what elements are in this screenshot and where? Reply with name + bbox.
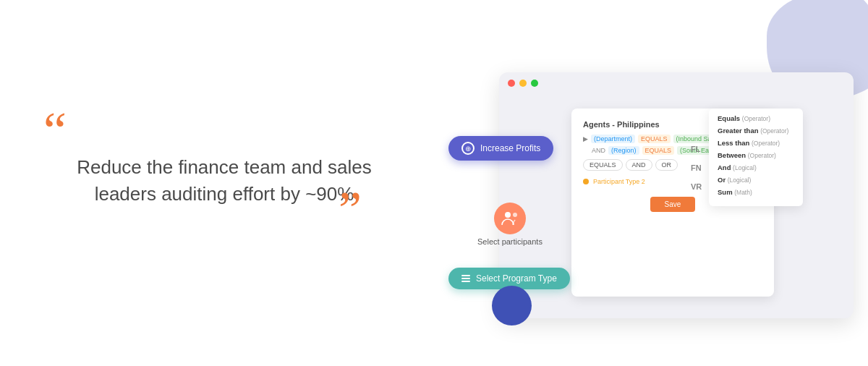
- and-label: AND: [583, 147, 605, 154]
- arrow-icon: ▶: [583, 135, 588, 142]
- save-button[interactable]: Save: [650, 197, 696, 212]
- op-equals: Equals (Operator): [718, 114, 794, 122]
- operators-panel: Equals (Operator) Greater than (Operator…: [709, 108, 803, 206]
- region-tag: (Region): [608, 146, 639, 155]
- and-button[interactable]: AND: [626, 159, 652, 171]
- quote-section: “ Reduce the finance team and sales lead…: [43, 116, 405, 221]
- svg-point-1: [513, 213, 517, 217]
- increase-profits-label: Increase Profits: [480, 143, 540, 153]
- equals-button[interactable]: EQUALS: [583, 159, 623, 171]
- lines-icon: [461, 275, 470, 282]
- browser-titlebar: [499, 72, 854, 94]
- dept-tag: (Department): [591, 135, 635, 143]
- participants-icon: [494, 203, 526, 234]
- op-or: Or (Logical): [718, 176, 794, 184]
- letter-fl: FL: [691, 145, 702, 153]
- participant-label: Participant Type 2: [593, 178, 645, 185]
- equals2-tag: EQUALS: [642, 146, 675, 155]
- select-program-label: Select Program Type: [476, 273, 557, 284]
- increase-profits-button[interactable]: ⊕ Increase Profits: [448, 136, 553, 161]
- blue-circle-decoration: [492, 286, 532, 325]
- select-participants[interactable]: Select participants: [477, 203, 542, 246]
- equals-tag: EQUALS: [638, 135, 671, 143]
- op-less: Less than (Operator): [718, 139, 794, 147]
- minimize-dot: [519, 80, 527, 87]
- svg-point-0: [505, 212, 511, 218]
- close-dot: [508, 80, 515, 87]
- letter-fn: FN: [691, 163, 702, 172]
- open-quote-mark: “: [43, 116, 405, 147]
- op-sum: Sum (Math): [718, 188, 794, 196]
- op-and: And (Logical): [718, 163, 794, 171]
- op-between: Between (Operator): [718, 151, 794, 159]
- or-button[interactable]: OR: [655, 159, 678, 171]
- maximize-dot: [531, 80, 538, 87]
- profits-icon: ⊕: [461, 142, 475, 155]
- op-greater: Greater than (Operator): [718, 127, 794, 135]
- participant-dot: [583, 179, 589, 184]
- mockup-section: Agents - Philippines ▶ (Department) EQUA…: [441, 43, 861, 347]
- letters-column: FL FN VR: [691, 145, 702, 191]
- letter-vr: VR: [691, 182, 702, 191]
- select-participants-label: Select participants: [477, 237, 542, 246]
